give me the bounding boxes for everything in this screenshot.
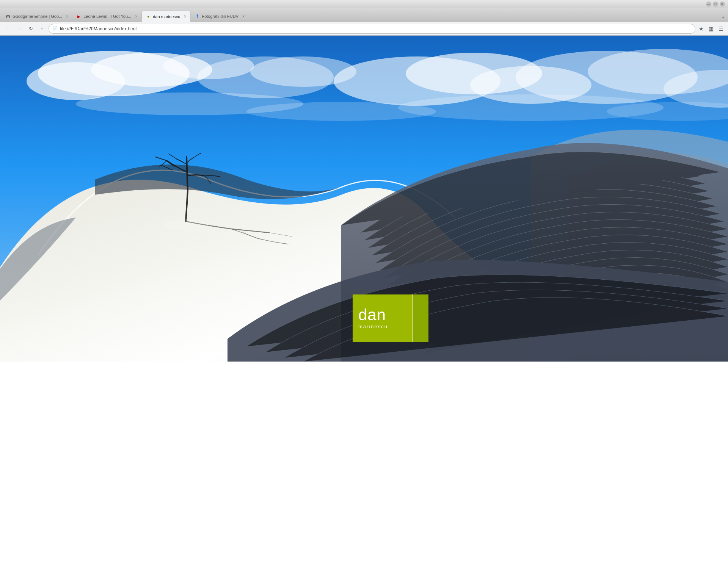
tab-label-goodgame: Goodgame Empire | Goo... bbox=[13, 14, 62, 19]
tab-close-leona[interactable]: ✕ bbox=[135, 14, 138, 19]
tab-favicon-dan: ● bbox=[146, 14, 151, 19]
tab-leona-lewis[interactable]: ▶ Leona Lewis - I Got You... ✕ bbox=[72, 11, 141, 22]
address-bar[interactable]: 📄 file:///F:/Dan%20Marinescu/index.html bbox=[49, 24, 695, 34]
close-button[interactable]: ✕ bbox=[720, 2, 725, 7]
new-tab-button[interactable]: + bbox=[718, 12, 728, 22]
nav-bar: ← → ↻ ⌂ 📄 file:///F:/Dan%20Marinescu/ind… bbox=[0, 22, 728, 36]
white-area bbox=[0, 362, 728, 570]
tab-close-dan[interactable]: ✕ bbox=[184, 14, 187, 19]
minimize-button[interactable]: — bbox=[706, 2, 711, 7]
menu-icon[interactable]: ☰ bbox=[717, 25, 725, 33]
tab-fotografii[interactable]: f Fotografii din FUDV ✕ bbox=[191, 11, 249, 22]
tab-close-goodgame[interactable]: ✕ bbox=[66, 14, 69, 19]
tab-label-leona: Leona Lewis - I Got You... bbox=[83, 14, 131, 19]
tab-favicon-fotografii: f bbox=[195, 14, 200, 19]
clouds-svg bbox=[0, 36, 728, 362]
tab-bar: 🎮 Goodgame Empire | Goo... ✕ ▶ Leona Lew… bbox=[0, 8, 728, 22]
title-bar: — □ ✕ bbox=[0, 0, 728, 8]
tab-goodgame[interactable]: 🎮 Goodgame Empire | Goo... ✕ bbox=[2, 11, 72, 22]
nav-right-icons: ★ ▦ ☰ bbox=[697, 25, 725, 33]
tab-favicon-leona: ▶ bbox=[76, 14, 82, 19]
address-text: file:///F:/Dan%20Marinescu/index.html bbox=[60, 26, 691, 31]
bookmark-star-icon[interactable]: ★ bbox=[697, 25, 705, 33]
main-content: dan marinescu bbox=[0, 36, 728, 570]
cast-icon[interactable]: ▦ bbox=[707, 25, 715, 33]
tab-close-fotografii[interactable]: ✕ bbox=[242, 14, 245, 19]
back-button[interactable]: ← bbox=[3, 24, 13, 34]
home-button[interactable]: ⌂ bbox=[37, 24, 47, 34]
tab-label-fotografii: Fotografii din FUDV bbox=[202, 14, 238, 19]
refresh-button[interactable]: ↻ bbox=[26, 24, 36, 34]
hero-image: dan marinescu bbox=[0, 36, 728, 362]
maximize-button[interactable]: □ bbox=[713, 2, 718, 7]
forward-button[interactable]: → bbox=[14, 24, 24, 34]
browser-window: — □ ✕ 🎮 Goodgame Empire | Goo... ✕ ▶ Leo… bbox=[0, 0, 728, 570]
tab-label-dan: dan marinescu bbox=[153, 14, 180, 19]
address-lock-icon: 📄 bbox=[53, 26, 58, 31]
tab-favicon-goodgame: 🎮 bbox=[5, 14, 11, 19]
tab-dan-marinescu[interactable]: ● dan marinescu ✕ bbox=[141, 11, 191, 22]
